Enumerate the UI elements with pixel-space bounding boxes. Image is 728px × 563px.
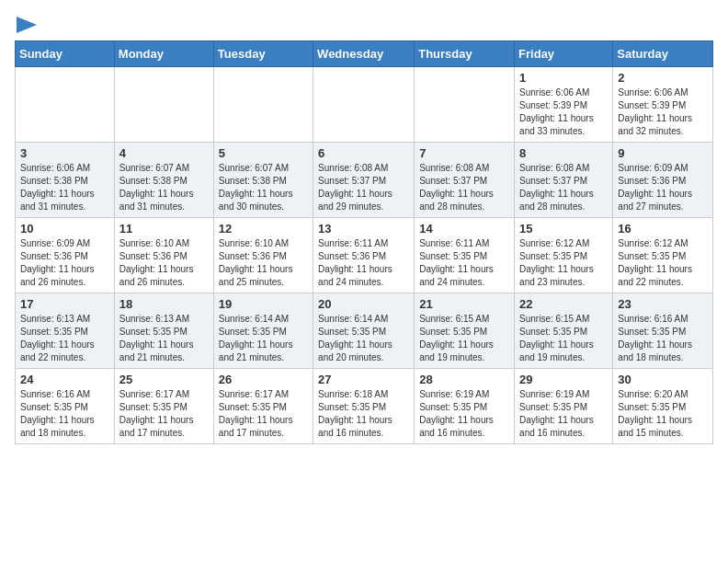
day-number: 18 (119, 297, 209, 311)
calendar-cell: 10Sunrise: 6:09 AM Sunset: 5:36 PM Dayli… (16, 218, 115, 293)
day-info: Sunrise: 6:06 AM Sunset: 5:39 PM Dayligh… (618, 86, 708, 138)
day-info: Sunrise: 6:19 AM Sunset: 5:35 PM Dayligh… (419, 388, 509, 440)
day-of-week-header: Sunday (16, 41, 115, 67)
calendar-cell: 13Sunrise: 6:11 AM Sunset: 5:36 PM Dayli… (313, 218, 415, 293)
day-info: Sunrise: 6:09 AM Sunset: 5:36 PM Dayligh… (20, 237, 109, 289)
day-number: 28 (419, 373, 509, 386)
logo-arrow-icon (17, 17, 37, 33)
day-number: 20 (318, 297, 409, 311)
day-info: Sunrise: 6:10 AM Sunset: 5:36 PM Dayligh… (219, 237, 308, 289)
day-number: 6 (318, 146, 409, 160)
calendar-cell: 15Sunrise: 6:12 AM Sunset: 5:35 PM Dayli… (515, 218, 613, 293)
day-info: Sunrise: 6:17 AM Sunset: 5:35 PM Dayligh… (219, 388, 308, 440)
calendar-cell: 7Sunrise: 6:08 AM Sunset: 5:37 PM Daylig… (415, 143, 515, 218)
day-info: Sunrise: 6:06 AM Sunset: 5:39 PM Dayligh… (519, 86, 608, 138)
calendar-cell: 9Sunrise: 6:09 AM Sunset: 5:36 PM Daylig… (613, 143, 713, 218)
calendar-cell: 22Sunrise: 6:15 AM Sunset: 5:35 PM Dayli… (515, 293, 613, 369)
day-number: 2 (618, 71, 708, 85)
day-number: 1 (519, 71, 608, 85)
day-info: Sunrise: 6:15 AM Sunset: 5:35 PM Dayligh… (419, 313, 509, 364)
day-of-week-header: Monday (114, 41, 213, 67)
day-info: Sunrise: 6:13 AM Sunset: 5:35 PM Dayligh… (20, 313, 109, 364)
day-number: 3 (20, 146, 109, 160)
day-of-week-header: Saturday (613, 41, 713, 67)
day-info: Sunrise: 6:13 AM Sunset: 5:35 PM Dayligh… (119, 313, 209, 364)
calendar-cell: 29Sunrise: 6:19 AM Sunset: 5:35 PM Dayli… (515, 369, 613, 444)
day-number: 30 (618, 373, 708, 386)
calendar-week-row: 1Sunrise: 6:06 AM Sunset: 5:39 PM Daylig… (16, 67, 713, 143)
svg-marker-0 (17, 17, 37, 33)
calendar-cell: 11Sunrise: 6:10 AM Sunset: 5:36 PM Dayli… (114, 218, 213, 293)
day-info: Sunrise: 6:10 AM Sunset: 5:36 PM Dayligh… (119, 237, 209, 289)
day-info: Sunrise: 6:07 AM Sunset: 5:38 PM Dayligh… (219, 162, 308, 213)
day-info: Sunrise: 6:12 AM Sunset: 5:35 PM Dayligh… (618, 237, 708, 289)
day-number: 26 (219, 373, 308, 386)
day-info: Sunrise: 6:15 AM Sunset: 5:35 PM Dayligh… (519, 313, 608, 364)
calendar-cell: 1Sunrise: 6:06 AM Sunset: 5:39 PM Daylig… (515, 67, 613, 143)
page-header (15, 15, 713, 33)
calendar-week-row: 24Sunrise: 6:16 AM Sunset: 5:35 PM Dayli… (16, 369, 713, 444)
calendar-cell: 3Sunrise: 6:06 AM Sunset: 5:38 PM Daylig… (16, 143, 115, 218)
day-number: 17 (20, 297, 109, 311)
calendar-cell: 25Sunrise: 6:17 AM Sunset: 5:35 PM Dayli… (114, 369, 213, 444)
calendar-cell: 24Sunrise: 6:16 AM Sunset: 5:35 PM Dayli… (16, 369, 115, 444)
calendar-cell: 6Sunrise: 6:08 AM Sunset: 5:37 PM Daylig… (313, 143, 415, 218)
day-number: 10 (20, 222, 109, 236)
calendar-cell: 26Sunrise: 6:17 AM Sunset: 5:35 PM Dayli… (213, 369, 313, 444)
day-number: 5 (219, 146, 308, 160)
calendar-cell: 8Sunrise: 6:08 AM Sunset: 5:37 PM Daylig… (515, 143, 613, 218)
day-of-week-header: Wednesday (313, 41, 415, 67)
calendar-cell: 18Sunrise: 6:13 AM Sunset: 5:35 PM Dayli… (114, 293, 213, 369)
calendar-cell (114, 67, 213, 143)
calendar-cell: 21Sunrise: 6:15 AM Sunset: 5:35 PM Dayli… (415, 293, 515, 369)
day-number: 29 (519, 373, 608, 386)
day-info: Sunrise: 6:06 AM Sunset: 5:38 PM Dayligh… (20, 162, 109, 213)
calendar-cell (313, 67, 415, 143)
calendar-cell: 17Sunrise: 6:13 AM Sunset: 5:35 PM Dayli… (16, 293, 115, 369)
day-of-week-header: Tuesday (213, 41, 313, 67)
calendar-cell: 2Sunrise: 6:06 AM Sunset: 5:39 PM Daylig… (613, 67, 713, 143)
day-info: Sunrise: 6:19 AM Sunset: 5:35 PM Dayligh… (519, 388, 608, 440)
day-number: 21 (419, 297, 509, 311)
calendar-header-row: SundayMondayTuesdayWednesdayThursdayFrid… (16, 41, 713, 67)
calendar-cell: 5Sunrise: 6:07 AM Sunset: 5:38 PM Daylig… (213, 143, 313, 218)
day-number: 12 (219, 222, 308, 236)
calendar-cell: 19Sunrise: 6:14 AM Sunset: 5:35 PM Dayli… (213, 293, 313, 369)
calendar-cell: 30Sunrise: 6:20 AM Sunset: 5:35 PM Dayli… (613, 369, 713, 444)
day-number: 8 (519, 146, 608, 160)
logo (15, 15, 37, 33)
calendar-cell: 27Sunrise: 6:18 AM Sunset: 5:35 PM Dayli… (313, 369, 415, 444)
calendar-cell: 14Sunrise: 6:11 AM Sunset: 5:35 PM Dayli… (415, 218, 515, 293)
day-number: 13 (318, 222, 409, 236)
calendar-cell (415, 67, 515, 143)
day-number: 23 (618, 297, 708, 311)
day-info: Sunrise: 6:11 AM Sunset: 5:36 PM Dayligh… (318, 237, 409, 289)
calendar-cell (213, 67, 313, 143)
calendar-cell: 12Sunrise: 6:10 AM Sunset: 5:36 PM Dayli… (213, 218, 313, 293)
day-number: 15 (519, 222, 608, 236)
calendar-cell: 4Sunrise: 6:07 AM Sunset: 5:38 PM Daylig… (114, 143, 213, 218)
calendar-cell: 28Sunrise: 6:19 AM Sunset: 5:35 PM Dayli… (415, 369, 515, 444)
day-number: 25 (119, 373, 209, 386)
day-info: Sunrise: 6:11 AM Sunset: 5:35 PM Dayligh… (419, 237, 509, 289)
calendar-cell: 20Sunrise: 6:14 AM Sunset: 5:35 PM Dayli… (313, 293, 415, 369)
day-info: Sunrise: 6:17 AM Sunset: 5:35 PM Dayligh… (119, 388, 209, 440)
day-info: Sunrise: 6:08 AM Sunset: 5:37 PM Dayligh… (419, 162, 509, 213)
calendar-week-row: 3Sunrise: 6:06 AM Sunset: 5:38 PM Daylig… (16, 143, 713, 218)
day-number: 27 (318, 373, 409, 386)
day-number: 4 (119, 146, 209, 160)
day-info: Sunrise: 6:16 AM Sunset: 5:35 PM Dayligh… (20, 388, 109, 440)
day-info: Sunrise: 6:14 AM Sunset: 5:35 PM Dayligh… (219, 313, 308, 364)
calendar-table: SundayMondayTuesdayWednesdayThursdayFrid… (15, 40, 713, 444)
calendar-cell (16, 67, 115, 143)
day-of-week-header: Friday (515, 41, 613, 67)
day-info: Sunrise: 6:08 AM Sunset: 5:37 PM Dayligh… (318, 162, 409, 213)
day-info: Sunrise: 6:18 AM Sunset: 5:35 PM Dayligh… (318, 388, 409, 440)
calendar-week-row: 10Sunrise: 6:09 AM Sunset: 5:36 PM Dayli… (16, 218, 713, 293)
day-info: Sunrise: 6:20 AM Sunset: 5:35 PM Dayligh… (618, 388, 708, 440)
day-info: Sunrise: 6:09 AM Sunset: 5:36 PM Dayligh… (618, 162, 708, 213)
calendar-week-row: 17Sunrise: 6:13 AM Sunset: 5:35 PM Dayli… (16, 293, 713, 369)
day-number: 11 (119, 222, 209, 236)
day-number: 24 (20, 373, 109, 386)
day-info: Sunrise: 6:08 AM Sunset: 5:37 PM Dayligh… (519, 162, 608, 213)
